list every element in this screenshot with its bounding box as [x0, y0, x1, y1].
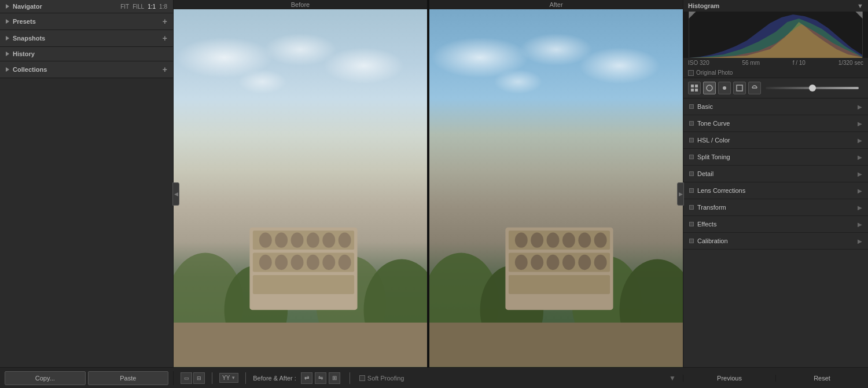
- tool-half-circle-btn[interactable]: [748, 82, 761, 94]
- svg-point-51: [707, 85, 712, 91]
- collections-section: Collections +: [0, 61, 173, 78]
- svg-point-33: [578, 233, 591, 248]
- right-panel: Histogram ▼: [683, 0, 868, 367]
- right-item-calibration-left: Calibration: [689, 237, 728, 244]
- transform-arrow-icon: ▶: [858, 204, 862, 211]
- svg-point-38: [562, 255, 575, 270]
- tool-circle-btn[interactable]: [703, 82, 716, 94]
- right-item-detail[interactable]: Detail ▶: [683, 166, 868, 182]
- split-toning-arrow-icon: ▶: [858, 154, 862, 160]
- svg-point-15: [275, 255, 288, 270]
- collections-header[interactable]: Collections +: [0, 61, 173, 78]
- nav-ratio1[interactable]: 1:1: [148, 3, 156, 10]
- histogram-dropdown-icon[interactable]: ▼: [857, 2, 863, 9]
- previous-button[interactable]: Previous: [683, 375, 776, 382]
- tools-left: [688, 82, 761, 94]
- dot-icon: [721, 85, 728, 91]
- snapshots-section: Snapshots +: [0, 30, 173, 47]
- svg-point-14: [259, 255, 272, 270]
- bottom-right: Previous Reset: [683, 375, 868, 382]
- soft-proofing-checkbox[interactable]: [359, 375, 365, 381]
- circle-icon: [706, 85, 713, 91]
- view-split-btn[interactable]: ⊟: [193, 372, 205, 384]
- right-item-hsl[interactable]: HSL / Color ▶: [683, 132, 868, 149]
- ba-swap-btn[interactable]: ⇄: [301, 372, 312, 384]
- presets-add-icon[interactable]: +: [163, 17, 167, 26]
- ba-copy-btn[interactable]: ⇋: [315, 372, 326, 384]
- hsl-arrow-icon: ▶: [858, 137, 862, 144]
- split-toning-toggle: [689, 155, 694, 159]
- right-item-tone-curve[interactable]: Tone Curve ▶: [683, 115, 868, 132]
- bottom-center: ▭ ⊟ YY ▼ Before & After : ⇄ ⇋ ⊞ Soft Pro…: [174, 372, 683, 384]
- histogram-canvas: [683, 12, 868, 58]
- right-item-lens-left: Lens Corrections: [689, 187, 745, 194]
- right-item-transform[interactable]: Transform ▶: [683, 199, 868, 216]
- right-item-effects[interactable]: Effects ▶: [683, 216, 868, 233]
- navigator-label: Navigator: [13, 3, 42, 10]
- tone-curve-toggle: [689, 121, 694, 126]
- snapshots-header[interactable]: Snapshots +: [0, 30, 173, 46]
- before-after-controls: ⇄ ⇋ ⊞: [301, 372, 340, 384]
- reset-button[interactable]: Reset: [776, 375, 868, 382]
- right-item-detail-left: Detail: [689, 170, 713, 177]
- right-item-split-toning[interactable]: Split Toning ▶: [683, 149, 868, 166]
- after-photo: [429, 9, 683, 367]
- right-item-basic[interactable]: Basic ▶: [683, 98, 868, 115]
- paste-button[interactable]: Paste: [88, 371, 169, 385]
- copy-button[interactable]: Copy...: [5, 371, 86, 385]
- transform-toggle: [689, 205, 694, 210]
- presets-header[interactable]: Presets +: [0, 13, 173, 30]
- snapshots-add-icon[interactable]: +: [163, 34, 167, 43]
- effects-label: Effects: [697, 221, 716, 228]
- right-item-hsl-left: HSL / Color: [689, 137, 730, 144]
- navigator-header[interactable]: Navigator FIT FILL 1:1 1:8: [0, 0, 173, 13]
- bottom-divider3: [350, 372, 350, 384]
- after-photo-placeholder: [429, 9, 683, 367]
- nav-fit[interactable]: FIT: [120, 3, 129, 10]
- detail-toggle: [689, 171, 694, 176]
- view-single-btn[interactable]: ▭: [181, 372, 192, 384]
- presets-section: Presets +: [0, 13, 173, 30]
- history-header[interactable]: History: [0, 47, 173, 61]
- tool-grid-btn[interactable]: [688, 82, 701, 94]
- right-panel-collapse-tab[interactable]: ▶: [677, 182, 684, 206]
- view-mode-label: YY: [222, 375, 230, 381]
- svg-point-17: [307, 255, 319, 270]
- right-item-lens[interactable]: Lens Corrections ▶: [683, 182, 868, 199]
- svg-point-11: [307, 233, 319, 248]
- tools-slider[interactable]: [766, 87, 859, 89]
- snapshots-label: Snapshots: [13, 35, 45, 42]
- view-mode-selector[interactable]: YY ▼: [219, 373, 238, 383]
- svg-point-37: [547, 255, 560, 270]
- hsl-label: HSL / Color: [697, 137, 730, 144]
- right-item-calibration[interactable]: Calibration ▶: [683, 233, 868, 250]
- original-photo-checkbox[interactable]: [688, 70, 694, 76]
- tone-curve-arrow-icon: ▶: [858, 120, 862, 127]
- histogram-title: Histogram: [688, 2, 719, 9]
- basic-label: Basic: [697, 103, 713, 110]
- before-photo-placeholder: [174, 9, 427, 367]
- svg-rect-28: [509, 275, 610, 294]
- ba-layout-btn[interactable]: ⊞: [329, 372, 340, 384]
- tool-dot-btn[interactable]: [718, 82, 731, 94]
- bottom-divider2: [245, 372, 246, 384]
- histogram-section: Histogram ▼: [683, 0, 868, 78]
- view-mode-dropdown-icon: ▼: [231, 375, 236, 380]
- svg-rect-47: [691, 85, 694, 87]
- svg-point-10: [291, 233, 304, 248]
- svg-point-30: [531, 233, 543, 248]
- nav-fill[interactable]: FILL: [133, 3, 144, 10]
- left-panel-collapse-tab[interactable]: ◀: [172, 182, 179, 206]
- svg-point-16: [291, 255, 304, 270]
- presets-label: Presets: [13, 18, 36, 25]
- right-item-effects-left: Effects: [689, 221, 716, 228]
- nav-ratio2[interactable]: 1:8: [159, 3, 167, 10]
- collections-add-icon[interactable]: +: [163, 65, 167, 74]
- filmstrip-toggle-icon[interactable]: ▼: [669, 374, 676, 382]
- before-photo: [174, 9, 427, 367]
- histogram-shutter: 1/320 sec: [838, 60, 863, 66]
- tool-rect-btn[interactable]: [733, 82, 746, 94]
- svg-point-31: [547, 233, 560, 248]
- collections-label: Collections: [13, 66, 47, 73]
- bottom-toolbar: Copy... Paste ▭ ⊟ YY ▼ Before & After : …: [0, 367, 868, 388]
